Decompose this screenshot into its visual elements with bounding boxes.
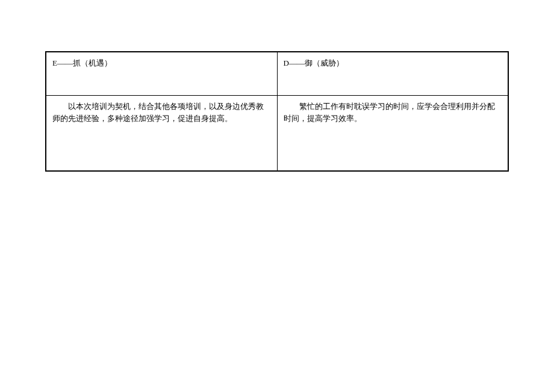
body-cell-opportunity: 以本次培训为契机，结合其他各项培训，以及身边优秀教师的先进经验，多种途径加强学习… xyxy=(46,95,277,171)
header-label-e: E——抓（机遇） xyxy=(52,58,112,67)
swot-table: E——抓（机遇） D——御（威胁） 以本次培训为契机，结合其他各项培训，以及身边… xyxy=(45,51,509,172)
table-header-row: E——抓（机遇） D——御（威胁） xyxy=(46,52,508,95)
header-cell-threat: D——御（威胁） xyxy=(277,52,508,95)
header-label-d: D——御（威胁） xyxy=(284,58,344,67)
body-cell-threat: 繁忙的工作有时耽误学习的时间，应学会合理利用并分配时间，提高学习效率。 xyxy=(277,95,508,171)
body-text-d: 繁忙的工作有时耽误学习的时间，应学会合理利用并分配时间，提高学习效率。 xyxy=(284,102,495,123)
body-text-e: 以本次培训为契机，结合其他各项培训，以及身边优秀教师的先进经验，多种途径加强学习… xyxy=(52,102,264,123)
table-body-row: 以本次培训为契机，结合其他各项培训，以及身边优秀教师的先进经验，多种途径加强学习… xyxy=(46,95,508,171)
document-page: E——抓（机遇） D——御（威胁） 以本次培训为契机，结合其他各项培训，以及身边… xyxy=(0,0,554,172)
header-cell-opportunity: E——抓（机遇） xyxy=(46,52,277,95)
